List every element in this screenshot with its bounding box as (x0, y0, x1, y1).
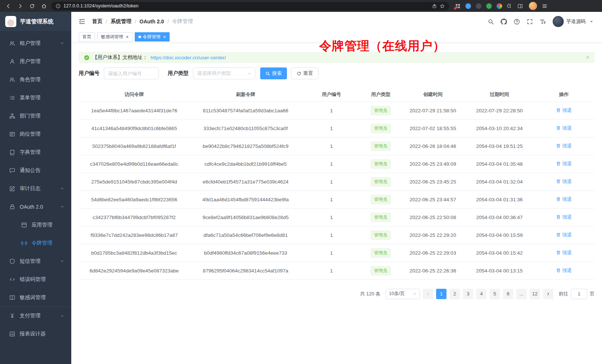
force-logout-button[interactable]: 强退 (556, 107, 572, 114)
help-icon[interactable] (514, 19, 520, 25)
reset-button[interactable]: 重置 (291, 67, 318, 79)
cell-refresh-token: 333ecfc71e02480cb11055c875c3ca0f (190, 119, 302, 137)
sidebar-item-menu[interactable]: 菜单管理 (0, 89, 71, 107)
share-icon[interactable] (432, 4, 437, 9)
alert-close-icon[interactable]: × (586, 54, 589, 61)
sidebar-item-audit-log[interactable]: 审计日志 (0, 179, 71, 198)
force-logout-button[interactable]: 强退 (556, 249, 572, 256)
app-logo-image (5, 16, 16, 27)
pager-ellipsis[interactable]: ... (516, 289, 527, 299)
browser-url-bar[interactable]: 127.0.0.1:1024/system/oauth2/token (51, 2, 449, 10)
force-logout-button[interactable]: 强退 (556, 196, 572, 203)
sidebar-item-dict[interactable]: 字典管理 (0, 143, 71, 161)
force-logout-button[interactable]: 强退 (556, 267, 572, 274)
sidebar-item-oauth2[interactable]: OAuth 2.0 (0, 198, 71, 216)
pager-page-12[interactable]: 12 (530, 289, 540, 299)
sidebar-item-role[interactable]: 角色管理 (0, 70, 71, 89)
sidebar-item-notice[interactable]: 通知公告 (0, 161, 71, 179)
browser-profile-avatar[interactable] (529, 2, 537, 10)
pager-page-3[interactable]: 3 (463, 289, 473, 299)
tab-home[interactable]: 首页 (79, 32, 95, 42)
pager-prev-button[interactable] (423, 289, 433, 299)
extension-green-icon[interactable] (486, 3, 492, 9)
sidebar-item-label: 短信管理 (20, 258, 40, 265)
side-panel-icon[interactable] (517, 3, 523, 9)
sidebar-item-sensitive[interactable]: 敏感词管理 (0, 288, 71, 307)
force-logout-button[interactable]: 强退 (556, 161, 572, 167)
app-logo[interactable]: 芋道管理系统 (0, 12, 71, 31)
puzzle-extensions-icon[interactable] (507, 3, 513, 9)
extension-dark-icon[interactable] (476, 3, 481, 9)
cell-access-token: 275e5de9151045fe87cbdc395e004f4d (79, 173, 190, 191)
sidebar-item-dept[interactable]: 部门管理 (0, 107, 71, 125)
alert-doc-link[interactable]: https://doc.iocoder.cn/user-center/ (151, 55, 226, 60)
sidebar-item-error-code[interactable]: 错误码管理 (0, 270, 71, 288)
force-logout-button[interactable]: 强退 (556, 125, 572, 132)
sidebar-item-tenant[interactable]: 租户管理 (0, 34, 71, 52)
pager-next-button[interactable] (543, 289, 553, 299)
sidebar-collapse-icon[interactable] (79, 18, 85, 25)
font-size-icon[interactable] (540, 19, 546, 25)
user-avatar (553, 16, 564, 27)
pager-page-4[interactable]: 4 (476, 289, 487, 299)
column-header: 创建时间 (400, 87, 466, 102)
cell-create-time: 2022-06-25 23:44:57 (400, 191, 466, 208)
trash-icon (556, 179, 561, 184)
sidebar-item-user[interactable]: 用户管理 (0, 52, 71, 70)
extension-blue-icon[interactable] (465, 3, 471, 9)
browser-home-icon[interactable] (39, 1, 48, 10)
book2-icon (9, 295, 16, 301)
sidebar-item-pay[interactable]: 支付管理 (0, 307, 71, 325)
extension-grid-icon[interactable] (455, 3, 461, 9)
column-header: 操作 (533, 87, 595, 102)
fullscreen-icon[interactable] (527, 19, 533, 25)
cell-user-id: 1 (301, 262, 361, 279)
sidebar-item-post[interactable]: 岗位管理 (0, 125, 71, 143)
extension-colorful-icon[interactable] (497, 3, 502, 9)
cell-expire-time: 2054-03-04 00:15:59 (465, 226, 533, 244)
page-size-select[interactable]: 10条/页 (386, 289, 420, 299)
breadcrumb-item[interactable]: 首页 (92, 18, 102, 25)
browser-back-icon[interactable] (4, 1, 13, 10)
bookmark-star-icon[interactable] (440, 4, 445, 9)
search-icon[interactable] (488, 19, 494, 25)
cell-refresh-token: be90422b8c7946218275a508bf524fc9 (190, 137, 302, 155)
pager-page-2[interactable]: 2 (449, 289, 460, 299)
tab-sensitive-word[interactable]: 敏感词管理 × (97, 32, 132, 42)
tab-close-icon[interactable]: × (163, 34, 166, 39)
sidebar-item-oauth2-app[interactable]: 应用管理 (0, 216, 71, 234)
sidebar-item-sms[interactable]: 短信管理 (0, 252, 71, 270)
tab-token[interactable]: 令牌管理 × (135, 32, 170, 42)
breadcrumb-item[interactable]: OAuth 2.0 (140, 19, 164, 24)
browser-menu-icon[interactable] (540, 1, 549, 10)
user-icon (9, 59, 16, 64)
tab-close-icon[interactable]: × (126, 34, 129, 39)
user-menu[interactable]: 芋道源码 (553, 16, 595, 27)
sidebar-item-report[interactable]: 报表设计器 (0, 325, 71, 343)
browser-forward-icon[interactable] (16, 1, 24, 10)
force-logout-button[interactable]: 强退 (556, 143, 572, 149)
sidebar-item-label: 报表设计器 (20, 331, 46, 337)
browser-reload-icon[interactable] (27, 1, 36, 10)
cell-expire-time: 2054-03-10 20:42:34 (465, 119, 533, 137)
sidebar-item-label: 菜单管理 (20, 95, 40, 101)
cell-create-time: 2022-06-25 23:45:25 (400, 173, 466, 191)
cell-refresh-token: b0df4980ffd34c67a08f9156e4eee733 (190, 244, 302, 262)
force-logout-button[interactable]: 强退 (556, 178, 572, 185)
sidebar-item-oauth2-token[interactable]: 令牌管理 (0, 234, 71, 252)
github-icon[interactable] (501, 19, 507, 25)
trash-icon (556, 161, 561, 166)
search-button[interactable]: 搜索 (260, 67, 287, 79)
pager-page-6[interactable]: 6 (503, 289, 513, 299)
pager-page-1[interactable]: 1 (436, 289, 446, 299)
user-id-input[interactable] (104, 67, 159, 79)
pager-goto-input[interactable] (571, 289, 587, 299)
table-header-row: 访问令牌刷新令牌用户编号用户类型创建时间过期时间操作 (79, 87, 595, 102)
force-logout-button[interactable]: 强退 (556, 214, 572, 221)
force-logout-button[interactable]: 强退 (556, 232, 572, 238)
app-root: 芋道管理系统 租户管理 用户管理 角色管理 菜单管理 部门管理 岗位管理 字典管… (0, 12, 602, 364)
user-type-select[interactable]: 请选择用户类型 (193, 67, 255, 79)
site-info-icon[interactable] (56, 4, 60, 9)
pager-page-5[interactable]: 5 (490, 289, 500, 299)
breadcrumb-item[interactable]: 系统管理 (111, 18, 131, 25)
